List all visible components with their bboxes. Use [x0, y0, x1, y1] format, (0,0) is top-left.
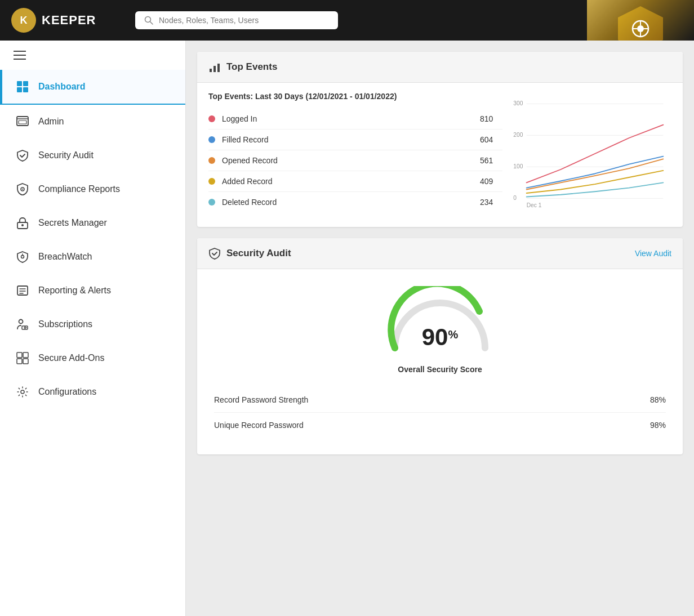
event-row-logged-in: Logged In 810	[208, 109, 502, 130]
svg-point-18	[22, 189, 23, 190]
top-events-card-header: Top Events	[197, 52, 683, 83]
sidebar-item-label-admin: Admin	[38, 117, 172, 127]
secrets-manager-icon	[16, 216, 29, 230]
svg-rect-29	[17, 352, 22, 358]
event-name-added-record: Added Record	[222, 177, 473, 186]
events-list: Top Events: Last 30 Days (12/01/2021 - 0…	[208, 92, 502, 218]
event-row-opened-record: Opened Record 561	[208, 150, 502, 171]
metric-row-password-strength: Record Password Strength 88%	[214, 387, 666, 413]
svg-text:100: 100	[513, 163, 523, 169]
event-count-deleted-record: 234	[480, 198, 502, 207]
search-icon	[144, 16, 153, 25]
reporting-alerts-icon	[16, 284, 29, 297]
compliance-reports-icon	[16, 182, 29, 196]
menu-toggle-button[interactable]	[0, 41, 185, 70]
sidebar-item-label-dashboard: Dashboard	[38, 82, 172, 92]
sidebar-item-secure-addons[interactable]: Secure Add-Ons	[0, 341, 185, 375]
sidebar-item-subscriptions[interactable]: Subscriptions	[0, 307, 185, 341]
view-audit-link[interactable]: View Audit	[635, 249, 671, 258]
event-dot-filled-record	[208, 136, 215, 143]
sidebar-item-label-configurations: Configurations	[38, 387, 172, 397]
svg-point-20	[21, 224, 24, 226]
metric-value-password-strength: 88%	[650, 395, 666, 404]
svg-text:0: 0	[513, 195, 517, 201]
security-audit-content: 90% Overall Security Score Record Passwo…	[197, 269, 683, 454]
keeper-logo-icon: K	[11, 8, 36, 33]
admin-icon	[16, 115, 29, 128]
event-name-deleted-record: Deleted Record	[222, 198, 473, 207]
sidebar-item-dashboard[interactable]: Dashboard	[0, 70, 185, 105]
sidebar-item-breachwatch[interactable]: BreachWatch	[0, 240, 185, 274]
sidebar-item-compliance-reports[interactable]: Compliance Reports	[0, 172, 185, 206]
svg-text:200: 200	[513, 132, 523, 138]
event-dot-opened-record	[208, 157, 215, 164]
product-hexagon	[618, 6, 663, 41]
svg-rect-10	[17, 81, 22, 86]
product-logo-icon	[629, 17, 652, 40]
event-name-opened-record: Opened Record	[222, 156, 473, 165]
metric-value-unique-password: 98%	[650, 421, 666, 430]
secure-addons-icon	[16, 351, 29, 365]
svg-rect-36	[217, 64, 220, 72]
dashboard-icon	[16, 80, 29, 93]
event-count-filled-record: 604	[480, 135, 502, 144]
subscriptions-icon	[16, 318, 29, 331]
sidebar-item-reporting-alerts[interactable]: Reporting & Alerts	[0, 274, 185, 307]
sidebar-item-admin[interactable]: Admin	[0, 105, 185, 139]
hamburger-icon	[14, 51, 26, 60]
main-layout: Dashboard Admin Security Audit	[0, 41, 694, 616]
gauge-label: Overall Security Score	[398, 365, 482, 374]
sidebar-item-security-audit[interactable]: Security Audit	[0, 139, 185, 172]
svg-rect-16	[19, 120, 26, 124]
svg-text:K: K	[20, 15, 28, 26]
sidebar-item-label-compliance-reports: Compliance Reports	[38, 184, 172, 194]
event-row-filled-record: Filled Record 604	[208, 130, 502, 150]
search-input[interactable]	[159, 16, 329, 25]
gauge-number: 90	[422, 324, 448, 351]
security-audit-card-icon	[208, 247, 221, 260]
svg-line-3	[150, 22, 153, 25]
event-name-logged-in: Logged In	[222, 114, 473, 123]
event-count-logged-in: 810	[480, 114, 502, 123]
svg-point-27	[19, 320, 23, 324]
svg-rect-13	[23, 87, 28, 92]
event-row-added-record: Added Record 409	[208, 171, 502, 192]
sidebar-item-configurations[interactable]: Configurations	[0, 375, 185, 409]
bar-chart-icon	[208, 61, 221, 73]
gauge-percent-sign: %	[448, 328, 458, 341]
sidebar-item-label-secrets-manager: Secrets Manager	[38, 218, 172, 228]
security-audit-card-title: Security Audit	[226, 248, 291, 259]
sidebar: Dashboard Admin Security Audit	[0, 41, 186, 616]
event-row-deleted-record: Deleted Record 234	[208, 192, 502, 212]
sidebar-item-label-secure-addons: Secure Add-Ons	[38, 353, 172, 363]
top-events-chart: 300 200 100 0 Dec 1	[502, 92, 671, 218]
search-bar[interactable]	[135, 11, 338, 29]
app-header: K KEEPER	[0, 0, 694, 41]
main-content: Top Events Top Events: Last 30 Days (12/…	[186, 41, 694, 616]
sidebar-item-label-security-audit: Security Audit	[38, 150, 172, 160]
svg-rect-30	[23, 352, 28, 358]
sidebar-item-label-subscriptions: Subscriptions	[38, 319, 172, 329]
svg-text:Dec 1: Dec 1	[527, 202, 542, 208]
header-product-image	[587, 0, 694, 41]
event-count-added-record: 409	[480, 177, 502, 186]
svg-rect-11	[23, 81, 28, 86]
svg-rect-35	[213, 66, 216, 72]
svg-rect-34	[210, 69, 212, 72]
security-audit-icon	[16, 149, 29, 162]
top-events-card: Top Events Top Events: Last 30 Days (12/…	[197, 52, 683, 227]
security-audit-card: Security Audit View Audit 90% Overa	[197, 238, 683, 454]
metric-name-unique-password: Unique Record Password	[214, 421, 304, 430]
svg-rect-12	[17, 87, 22, 92]
top-events-title: Top Events	[226, 61, 277, 73]
breachwatch-icon	[16, 250, 29, 264]
configurations-icon	[16, 385, 29, 399]
event-dot-added-record	[208, 178, 215, 185]
chart-svg: 300 200 100 0 Dec 1	[508, 92, 666, 216]
sidebar-item-secrets-manager[interactable]: Secrets Manager	[0, 206, 185, 240]
sidebar-item-label-reporting-alerts: Reporting & Alerts	[38, 285, 172, 296]
event-dot-deleted-record	[208, 199, 215, 206]
svg-rect-31	[17, 359, 22, 364]
security-audit-card-header: Security Audit View Audit	[197, 238, 683, 269]
event-count-opened-record: 561	[480, 156, 502, 165]
